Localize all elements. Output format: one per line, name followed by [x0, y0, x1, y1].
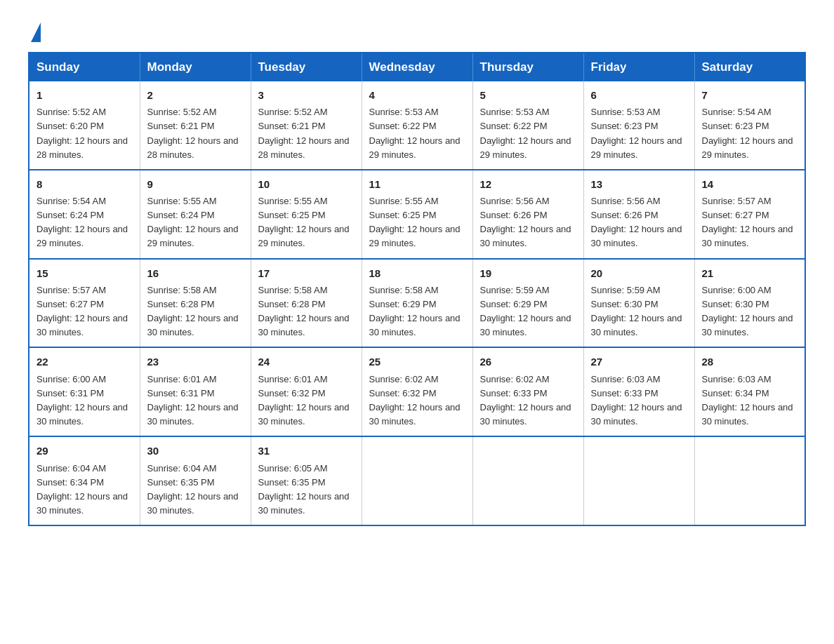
daylight-label: Daylight: 12 hours and 28 minutes. — [37, 135, 128, 160]
calendar-cell — [694, 436, 805, 525]
sunset-label: Sunset: 6:32 PM — [369, 388, 437, 398]
daylight-label: Daylight: 12 hours and 30 minutes. — [480, 402, 571, 427]
day-number: 13 — [591, 176, 687, 192]
calendar-cell — [583, 436, 694, 525]
day-number: 26 — [480, 354, 576, 370]
calendar-cell: 4Sunrise: 5:53 AMSunset: 6:22 PMDaylight… — [362, 81, 472, 170]
sunrise-label: Sunrise: 6:00 AM — [702, 285, 772, 295]
daylight-label: Daylight: 12 hours and 30 minutes. — [37, 491, 128, 516]
calendar-cell: 27Sunrise: 6:03 AMSunset: 6:33 PMDayligh… — [583, 347, 694, 436]
calendar-week-row: 8Sunrise: 5:54 AMSunset: 6:24 PMDaylight… — [29, 170, 805, 259]
calendar-cell: 8Sunrise: 5:54 AMSunset: 6:24 PMDaylight… — [29, 170, 140, 259]
day-number: 8 — [37, 176, 133, 192]
daylight-label: Daylight: 12 hours and 30 minutes. — [147, 313, 239, 337]
sunrise-label: Sunrise: 5:55 AM — [147, 196, 217, 206]
calendar-cell: 10Sunrise: 5:55 AMSunset: 6:25 PMDayligh… — [251, 170, 362, 259]
daylight-label: Daylight: 12 hours and 30 minutes. — [258, 402, 350, 427]
daylight-label: Daylight: 12 hours and 30 minutes. — [702, 402, 793, 427]
calendar-cell: 6Sunrise: 5:53 AMSunset: 6:23 PMDaylight… — [583, 81, 694, 170]
sunset-label: Sunset: 6:25 PM — [369, 210, 437, 220]
sunset-label: Sunset: 6:21 PM — [258, 121, 326, 131]
calendar-cell — [472, 436, 583, 525]
sunset-label: Sunset: 6:23 PM — [702, 121, 769, 131]
sunset-label: Sunset: 6:35 PM — [147, 477, 215, 488]
day-number: 22 — [37, 354, 133, 370]
daylight-label: Daylight: 12 hours and 30 minutes. — [480, 313, 571, 337]
calendar-cell: 24Sunrise: 6:01 AMSunset: 6:32 PMDayligh… — [251, 347, 362, 436]
calendar-cell: 18Sunrise: 5:58 AMSunset: 6:29 PMDayligh… — [362, 259, 472, 348]
page-header — [28, 21, 806, 39]
day-number: 5 — [480, 87, 576, 103]
column-header-friday: Friday — [583, 53, 694, 81]
calendar-table: SundayMondayTuesdayWednesdayThursdayFrid… — [28, 52, 806, 526]
sunset-label: Sunset: 6:32 PM — [258, 388, 326, 398]
sunrise-label: Sunrise: 6:04 AM — [37, 463, 106, 474]
logo-top — [28, 21, 41, 42]
calendar-cell: 29Sunrise: 6:04 AMSunset: 6:34 PMDayligh… — [29, 436, 140, 525]
sunset-label: Sunset: 6:29 PM — [480, 299, 548, 309]
sunrise-label: Sunrise: 5:53 AM — [480, 107, 550, 117]
sunrise-label: Sunrise: 6:02 AM — [369, 374, 439, 384]
calendar-cell: 17Sunrise: 5:58 AMSunset: 6:28 PMDayligh… — [251, 259, 362, 348]
calendar-cell: 28Sunrise: 6:03 AMSunset: 6:34 PMDayligh… — [694, 347, 805, 436]
calendar-cell: 20Sunrise: 5:59 AMSunset: 6:30 PMDayligh… — [583, 259, 694, 348]
calendar-week-row: 22Sunrise: 6:00 AMSunset: 6:31 PMDayligh… — [29, 347, 805, 436]
daylight-label: Daylight: 12 hours and 29 minutes. — [591, 135, 682, 160]
sunrise-label: Sunrise: 5:59 AM — [480, 285, 550, 295]
column-header-wednesday: Wednesday — [362, 53, 472, 81]
daylight-label: Daylight: 12 hours and 30 minutes. — [369, 402, 461, 427]
sunset-label: Sunset: 6:30 PM — [702, 299, 769, 309]
sunrise-label: Sunrise: 5:57 AM — [702, 196, 772, 206]
day-number: 25 — [369, 354, 465, 370]
daylight-label: Daylight: 12 hours and 30 minutes. — [258, 491, 350, 516]
sunset-label: Sunset: 6:22 PM — [480, 121, 548, 131]
sunrise-label: Sunrise: 5:54 AM — [702, 107, 772, 117]
sunset-label: Sunset: 6:28 PM — [258, 299, 326, 309]
sunset-label: Sunset: 6:27 PM — [702, 210, 769, 220]
day-number: 29 — [37, 443, 133, 459]
sunset-label: Sunset: 6:27 PM — [37, 299, 104, 309]
sunset-label: Sunset: 6:28 PM — [147, 299, 215, 309]
calendar-cell: 16Sunrise: 5:58 AMSunset: 6:28 PMDayligh… — [140, 259, 251, 348]
day-number: 7 — [702, 87, 798, 103]
day-number: 18 — [369, 265, 465, 281]
daylight-label: Daylight: 12 hours and 30 minutes. — [147, 402, 239, 427]
sunset-label: Sunset: 6:22 PM — [369, 121, 437, 131]
day-number: 4 — [369, 87, 465, 103]
day-number: 20 — [591, 265, 687, 281]
daylight-label: Daylight: 12 hours and 30 minutes. — [591, 402, 682, 427]
daylight-label: Daylight: 12 hours and 30 minutes. — [591, 224, 682, 248]
sunset-label: Sunset: 6:30 PM — [591, 299, 658, 309]
daylight-label: Daylight: 12 hours and 30 minutes. — [37, 402, 128, 427]
daylight-label: Daylight: 12 hours and 30 minutes. — [258, 313, 350, 337]
sunrise-label: Sunrise: 6:03 AM — [702, 374, 772, 384]
calendar-cell — [362, 436, 472, 525]
day-number: 10 — [258, 176, 355, 192]
calendar-cell: 25Sunrise: 6:02 AMSunset: 6:32 PMDayligh… — [362, 347, 472, 436]
calendar-cell: 7Sunrise: 5:54 AMSunset: 6:23 PMDaylight… — [694, 81, 805, 170]
sunset-label: Sunset: 6:34 PM — [37, 477, 104, 488]
sunrise-label: Sunrise: 5:56 AM — [591, 196, 661, 206]
day-number: 6 — [591, 87, 687, 103]
calendar-cell: 5Sunrise: 5:53 AMSunset: 6:22 PMDaylight… — [472, 81, 583, 170]
sunrise-label: Sunrise: 5:53 AM — [591, 107, 661, 117]
sunrise-label: Sunrise: 5:52 AM — [258, 107, 328, 117]
day-number: 15 — [37, 265, 133, 281]
daylight-label: Daylight: 12 hours and 29 minutes. — [369, 135, 461, 160]
sunrise-label: Sunrise: 6:01 AM — [258, 374, 328, 384]
day-number: 31 — [258, 443, 355, 459]
daylight-label: Daylight: 12 hours and 30 minutes. — [369, 313, 461, 337]
day-number: 27 — [591, 354, 687, 370]
logo-triangle-icon — [31, 22, 41, 42]
day-number: 30 — [147, 443, 244, 459]
sunset-label: Sunset: 6:25 PM — [258, 210, 326, 220]
calendar-week-row: 15Sunrise: 5:57 AMSunset: 6:27 PMDayligh… — [29, 259, 805, 348]
sunrise-label: Sunrise: 5:58 AM — [369, 285, 439, 295]
sunset-label: Sunset: 6:31 PM — [37, 388, 104, 398]
day-number: 9 — [147, 176, 244, 192]
calendar-cell: 11Sunrise: 5:55 AMSunset: 6:25 PMDayligh… — [362, 170, 472, 259]
day-number: 19 — [480, 265, 576, 281]
sunrise-label: Sunrise: 5:58 AM — [258, 285, 328, 295]
logo — [28, 21, 41, 39]
daylight-label: Daylight: 12 hours and 30 minutes. — [702, 313, 793, 337]
